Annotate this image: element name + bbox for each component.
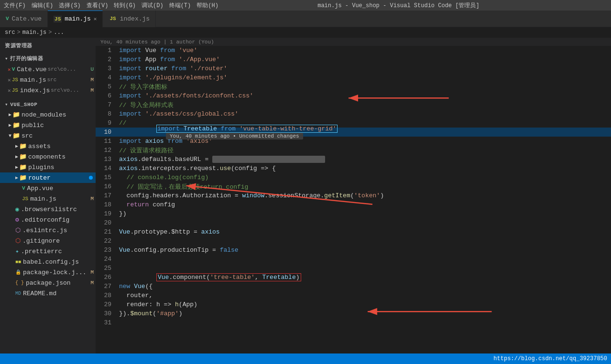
close-icon[interactable]: ✕ (8, 66, 11, 73)
tree-router[interactable]: ▶ 📁 router (0, 172, 96, 183)
tree-browserslistrc[interactable]: ◉ .browserslistrc (0, 204, 96, 214)
line-content: // console.log(config) (117, 174, 611, 181)
line-number: 25 (96, 265, 117, 272)
menu-select[interactable]: 选择(S) (59, 1, 81, 10)
tree-app-vue[interactable]: V App.vue (0, 183, 96, 193)
line-content: // 导入全局样式表 (117, 101, 611, 109)
code-line-5: 5 // 导入字体图标 (96, 82, 611, 91)
line-content: import './assets/css/global.css' (117, 110, 611, 118)
close-icon[interactable]: ✕ (8, 77, 11, 83)
tab-close-button[interactable]: ✕ (94, 16, 97, 22)
line-number: 26 (96, 274, 117, 281)
line-number: 4 (96, 74, 117, 81)
file-badge-m: M (90, 269, 94, 275)
open-file-index[interactable]: ✕ JS index.js src\vo... M (0, 85, 96, 96)
menu-terminal[interactable]: 终端(T) (169, 1, 191, 10)
menu-help[interactable]: 帮助(H) (196, 1, 218, 10)
code-container[interactable]: 1 import Vue from 'vue' 2 import App fro… (96, 46, 611, 353)
file-name: package-lock.j... (23, 269, 87, 276)
tree-public[interactable]: ▶ 📁 public (0, 120, 96, 130)
open-file-name: main.js (20, 76, 46, 84)
line-number: 19 (96, 210, 117, 217)
file-badge-u: U (90, 66, 94, 72)
tree-package-lock[interactable]: 🔒 package-lock.j... M (0, 267, 96, 278)
line-number: 13 (96, 156, 117, 163)
file-icon: ■■ (15, 259, 21, 265)
tree-readme[interactable]: MD README.md (0, 288, 96, 299)
open-file-path: src (47, 77, 56, 83)
line-content: new Vue({ (117, 283, 611, 290)
file-badge-m: M (90, 87, 94, 93)
line-number: 5 (96, 83, 117, 90)
line-number: 27 (96, 283, 117, 290)
tree-package-json[interactable]: { } package.json M (0, 278, 96, 288)
menu-goto[interactable]: 转到(G) (114, 1, 136, 10)
folder-icon: 📁 (19, 163, 27, 171)
tree-components[interactable]: ▶ 📁 components (0, 151, 96, 162)
code-line-22: 22 (96, 236, 611, 246)
line-number: 3 (96, 65, 117, 72)
open-file-main[interactable]: ✕ JS main.js src M (0, 75, 96, 85)
tab-main-js[interactable]: JS main.js ✕ (48, 11, 103, 27)
line-content: axios.interceptors.request.use(config =>… (117, 165, 611, 172)
line-number: 2 (96, 56, 117, 63)
main-layout: 资源管理器 ▾打开的编辑器 ✕ V Cate.vue src\co... U ✕… (0, 38, 611, 353)
line-number: 17 (96, 192, 117, 199)
file-name: .eslintrc.js (22, 227, 67, 234)
line-content: }).$mount('#app') (117, 310, 611, 317)
tree-prettierrc[interactable]: ✦ .prettierrc (0, 246, 96, 257)
line-content: import Vue from 'vue' (117, 47, 611, 54)
tree-assets[interactable]: ▶ 📁 assets (0, 141, 96, 151)
menu-edit[interactable]: 编辑(E) (32, 1, 54, 10)
window-title: main.js - Vue_shop - Visual Studio Code … (317, 1, 479, 10)
tree-plugins[interactable]: ▶ 📁 plugins (0, 162, 96, 172)
folder-name: assets (28, 143, 51, 150)
line-content: Vue.prototype.$http = axios (117, 228, 611, 236)
folder-name: src (22, 132, 33, 139)
code-line-26: 26 Vue.component('tree-table', Treetable… (96, 273, 611, 282)
code-line-2: 2 import App from './App.vue' (96, 55, 611, 64)
folder-icon: 📁 (19, 153, 27, 161)
code-line-28: 28 router, (96, 291, 611, 300)
tree-gitignore[interactable]: ⬡ .gitignore (0, 236, 96, 246)
line-content: import './plugins/element.js' (117, 74, 611, 81)
tree-editorconfig[interactable]: ⚙ .editorconfig (0, 214, 96, 225)
explorer-header: 资源管理器 (0, 38, 96, 51)
line-number: 10 (96, 128, 117, 136)
menu-debug[interactable]: 调试(D) (142, 1, 164, 10)
tree-node-modules[interactable]: ▶ 📁 node_modules (0, 109, 96, 120)
breadcrumb-sep2: > (48, 29, 52, 36)
code-line-6: 6 import './assets/fonts/iconfont.css' (96, 91, 611, 100)
file-name: .prettierrc (21, 248, 62, 255)
line-content: }) (117, 210, 611, 217)
line-number: 1 (96, 47, 117, 54)
line-content: import App from './App.vue' (117, 56, 611, 63)
tab-cate-vue[interactable]: V Cate.vue (0, 11, 48, 27)
tab-index-js[interactable]: JS index.js (103, 11, 156, 27)
code-line-3: 3 import router from './router' (96, 64, 611, 73)
menu-file[interactable]: 文件(F) (4, 1, 26, 10)
breadcrumb-src[interactable]: src (5, 29, 15, 36)
menu-view[interactable]: 查看(V) (87, 1, 109, 10)
tab-label: Cate.vue (12, 15, 42, 22)
line-number: 14 (96, 165, 117, 172)
tree-eslintrc[interactable]: ⬡ .eslintrc.js (0, 225, 96, 236)
file-badge-m: M (90, 77, 94, 83)
line-number: 22 (96, 237, 117, 245)
menu-bar[interactable]: 文件(F) 编辑(E) 选择(S) 查看(V) 转到(G) 调试(D) 终端(T… (4, 1, 218, 10)
tree-main-js[interactable]: JS main.js M (0, 193, 96, 204)
editor-area: You, 40 minutes ago | 1 author (You) 1 i… (96, 38, 611, 353)
line-number: 18 (96, 201, 117, 208)
tree-babel[interactable]: ■■ babel.config.js (0, 257, 96, 267)
open-file-cate[interactable]: ✕ V Cate.vue src\co... U (0, 64, 96, 75)
code-line-13: 13 axios.defaults.baseURL = (96, 155, 611, 164)
folder-name: components (28, 153, 65, 161)
breadcrumb-file[interactable]: main.js (22, 29, 46, 36)
code-line-16: 16 // 固定写法，在最后必须return config (96, 182, 611, 191)
tree-src[interactable]: ▼ 📁 src (0, 130, 96, 141)
explorer-title: 资源管理器 (5, 42, 33, 49)
close-icon[interactable]: ✕ (8, 87, 11, 94)
breadcrumb-sep1: > (17, 29, 21, 36)
folder-icon: 📁 (12, 111, 20, 118)
line-number: 24 (96, 256, 117, 263)
